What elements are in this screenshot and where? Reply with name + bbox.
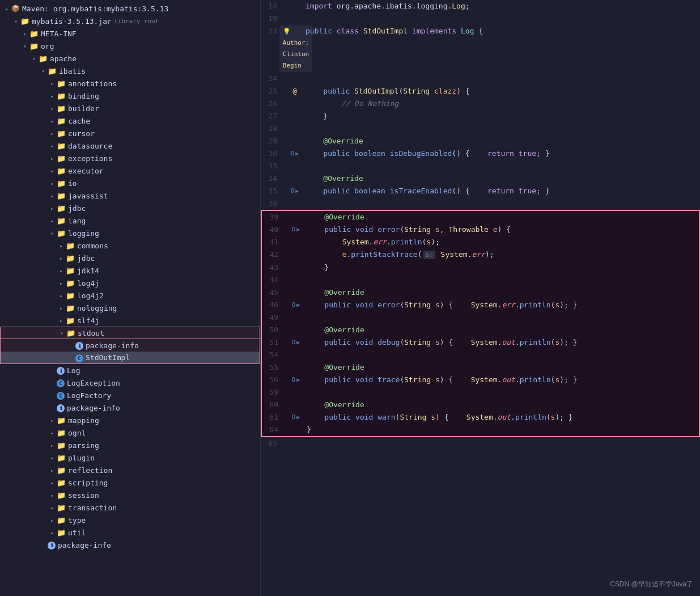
tree-jdbc[interactable]: 📁 jdbc	[0, 202, 260, 214]
root-icon: 📦	[11, 5, 20, 12]
tree-binding[interactable]: 📁 binding	[0, 90, 260, 102]
tree-scripting[interactable]: 📁 scripting	[0, 476, 260, 489]
tree-transaction[interactable]: 📁 transaction	[0, 501, 260, 514]
tree-arrow-root	[2, 4, 11, 13]
line-num-39: 39	[262, 212, 287, 223]
stdout-arrow	[57, 328, 66, 337]
expand-arrow-46[interactable]: ▶	[296, 299, 300, 311]
folder-icon-parsing: 📁	[57, 441, 66, 450]
folder-icon-datasource: 📁	[57, 142, 66, 150]
line-num-46: 46	[262, 299, 287, 311]
expand-arrow-61[interactable]: ▶	[296, 412, 300, 423]
ognl-arrow	[48, 428, 57, 437]
nologging-label: nologging	[77, 304, 117, 312]
folder-icon-ognl: 📁	[57, 429, 66, 437]
tree-mapping[interactable]: 📁 mapping	[0, 414, 260, 426]
expand-arrow-51[interactable]: ▶	[296, 337, 300, 348]
line-content-51: public void debug(String s) { System.out…	[304, 337, 699, 348]
tree-type[interactable]: 📁 type	[0, 514, 260, 526]
pkg-logging-arrow	[48, 403, 57, 412]
pkg-ibatis-icon: ℹ	[48, 540, 58, 549]
folder-icon-meta: 📁	[29, 29, 39, 38]
line-content-40: public void error(String s, Throwable e)…	[304, 224, 699, 235]
io-label: io	[68, 179, 77, 188]
expand-arrow-56[interactable]: ▶	[296, 374, 300, 386]
jar-item[interactable]: 📁 mybatis-3.5.13.jar library root	[0, 15, 260, 27]
folder-icon-ibatis: 📁	[48, 67, 57, 75]
log-label: Log	[67, 366, 80, 375]
folder-icon-stdout: 📁	[66, 329, 75, 337]
line-num-42: 42	[262, 249, 287, 260]
gutter-25: @	[286, 86, 303, 97]
tree-logging-jdbc[interactable]: 📁 jdbc	[0, 252, 260, 264]
tree-io[interactable]: 📁 io	[0, 177, 260, 189]
expand-arrow-40[interactable]: ▶	[296, 224, 300, 235]
tree-parsing[interactable]: 📁 parsing	[0, 439, 260, 451]
tree-log4j2[interactable]: 📁 log4j2	[0, 289, 260, 302]
tree-package-info-stdout[interactable]: ℹ package-info	[0, 339, 260, 352]
folder-icon-logging-jdbc: 📁	[66, 254, 75, 263]
tree-package-info-logging[interactable]: ℹ package-info	[0, 401, 260, 414]
tree-apache[interactable]: 📁 apache	[0, 52, 260, 65]
tree-slf4j[interactable]: 📁 slf4j	[0, 314, 260, 327]
tree-stdout[interactable]: 📁 stdout	[0, 327, 260, 339]
tree-root[interactable]: 📦 Maven: org.mybatis:mybatis:3.5.13	[0, 2, 260, 15]
tree-reflection[interactable]: 📁 reflection	[0, 464, 260, 476]
tree-exceptions[interactable]: 📁 exceptions	[0, 152, 260, 164]
code-line-60: 60 @Override	[261, 399, 700, 411]
jar-label: mybatis-3.5.13.jar	[32, 17, 112, 26]
tree-logexception[interactable]: C LogException	[0, 377, 260, 389]
reflection-arrow	[48, 466, 57, 475]
tree-util[interactable]: 📁 util	[0, 526, 260, 539]
tree-logging[interactable]: 📁 logging	[0, 227, 260, 239]
expand-arrow-35[interactable]: ▶	[295, 185, 299, 197]
file-tree-panel[interactable]: 📦 Maven: org.mybatis:mybatis:3.5.13 📁 my…	[0, 0, 261, 596]
javassist-arrow	[48, 191, 57, 200]
tree-meta-inf[interactable]: 📁 META-INF	[0, 27, 260, 40]
tree-nologging[interactable]: 📁 nologging	[0, 302, 260, 314]
tree-cache[interactable]: 📁 cache	[0, 115, 260, 127]
annotations-label: annotations	[68, 79, 117, 88]
tree-logfactory[interactable]: C LogFactory	[0, 389, 260, 401]
tree-javassist[interactable]: 📁 javassist	[0, 189, 260, 202]
tree-ognl[interactable]: 📁 ognl	[0, 426, 260, 439]
tree-log[interactable]: ℹ Log	[0, 364, 260, 377]
tree-jdk14[interactable]: 📁 jdk14	[0, 264, 260, 277]
line-content-39: @Override	[304, 212, 699, 223]
folder-icon-lang: 📁	[57, 217, 66, 225]
code-line-44: 44	[261, 274, 700, 286]
expand-arrow-30[interactable]: ▶	[295, 148, 299, 159]
tree-stdoutimpl[interactable]: C StdOutImpl	[0, 352, 260, 364]
tree-session[interactable]: 📁 session	[0, 489, 260, 501]
code-line-61: 61 O ▶ public void warn(String s) { Syst…	[261, 411, 700, 424]
gutter-56: O ▶	[287, 374, 304, 386]
tree-ibatis[interactable]: 📁 ibatis	[0, 65, 260, 77]
line-num-34: 34	[261, 173, 286, 184]
code-editor-panel: 18 import org.apache.ibatis.logging.Log;…	[261, 0, 700, 596]
tree-log4j[interactable]: 📁 log4j	[0, 277, 260, 289]
code-area[interactable]: 18 import org.apache.ibatis.logging.Log;…	[261, 0, 700, 596]
cache-arrow	[48, 116, 57, 125]
folder-icon-jdbc: 📁	[57, 204, 66, 213]
tree-cursor[interactable]: 📁 cursor	[0, 127, 260, 140]
tree-datasource[interactable]: 📁 datasource	[0, 140, 260, 152]
gutter-icon-25: @	[292, 86, 296, 97]
log4j2-arrow	[57, 291, 66, 300]
package-info-stdout-arrow	[66, 341, 75, 350]
tree-builder[interactable]: 📁 builder	[0, 102, 260, 115]
tree-lang[interactable]: 📁 lang	[0, 214, 260, 227]
line-num-41: 41	[262, 236, 287, 248]
tree-org[interactable]: 📁 org	[0, 40, 260, 52]
tree-annotations[interactable]: 📁 annotations	[0, 77, 260, 90]
stdoutimpl-arrow	[66, 353, 75, 362]
tree-package-info-ibatis[interactable]: ℹ package-info	[0, 539, 260, 551]
mapping-label: mapping	[68, 416, 99, 425]
tree-commons[interactable]: 📁 commons	[0, 239, 260, 252]
tree-plugin[interactable]: 📁 plugin	[0, 451, 260, 464]
line-content-43: }	[304, 262, 699, 273]
code-line-59: 59	[261, 386, 700, 399]
cursor-label: cursor	[68, 129, 95, 138]
tree-executor[interactable]: 📁 executor	[0, 164, 260, 177]
folder-icon-nologging: 📁	[66, 304, 75, 312]
line-content-18: import org.apache.ibatis.logging.Log;	[303, 1, 700, 12]
